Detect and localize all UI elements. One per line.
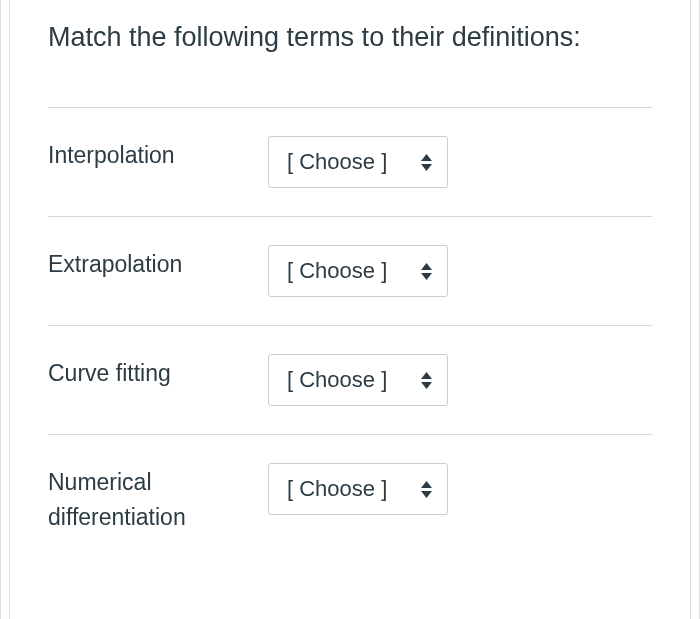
dropdown-selected-text: [ Choose ]: [287, 476, 387, 502]
choose-dropdown-extrapolation[interactable]: [ Choose ]: [268, 245, 448, 297]
match-row: Extrapolation [ Choose ]: [48, 216, 652, 325]
dropdown-selected-text: [ Choose ]: [287, 367, 387, 393]
question-prompt: Match the following terms to their defin…: [48, 18, 652, 57]
match-row: Interpolation [ Choose ]: [48, 107, 652, 216]
term-label: Extrapolation: [48, 245, 248, 282]
choose-dropdown-curve-fitting[interactable]: [ Choose ]: [268, 354, 448, 406]
sort-icon: [420, 154, 433, 171]
dropdown-selected-text: [ Choose ]: [287, 149, 387, 175]
choose-dropdown-numerical-differentiation[interactable]: [ Choose ]: [268, 463, 448, 515]
term-label: Interpolation: [48, 136, 248, 173]
page-outer-frame: Match the following terms to their defin…: [0, 0, 700, 619]
sort-icon: [420, 263, 433, 280]
match-row: Numerical differentiation [ Choose ]: [48, 434, 652, 562]
choose-dropdown-interpolation[interactable]: [ Choose ]: [268, 136, 448, 188]
sort-icon: [420, 481, 433, 498]
question-card: Match the following terms to their defin…: [9, 0, 691, 619]
dropdown-selected-text: [ Choose ]: [287, 258, 387, 284]
term-label: Numerical differentiation: [48, 463, 248, 534]
sort-icon: [420, 372, 433, 389]
match-row: Curve fitting [ Choose ]: [48, 325, 652, 434]
term-label: Curve fitting: [48, 354, 248, 391]
